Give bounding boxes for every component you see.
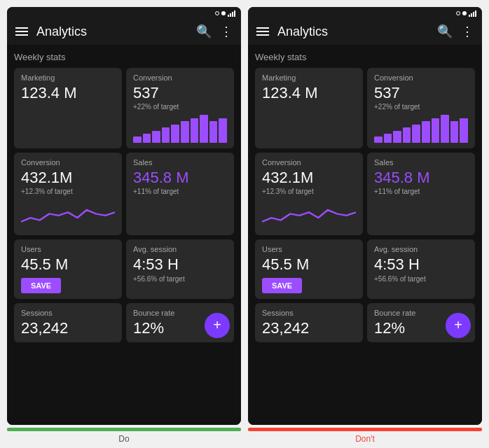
left-marketing-card: Marketing 123.4 M	[14, 68, 122, 148]
right-conversion-top-value: 537	[374, 85, 468, 102]
left-stats-grid: Marketing 123.4 M Conversion 537 +22% of…	[14, 68, 234, 342]
left-sessions-card: Sessions 23,242	[14, 303, 122, 342]
left-fab-button[interactable]: +	[205, 313, 230, 338]
right-conversion-bottom-target: +12.3% of target	[262, 188, 356, 195]
right-marketing-card: Marketing 123.4 M	[255, 68, 363, 148]
left-phone-frame: Analytics 🔍 ⋮ Weekly stats Marketing 123…	[7, 7, 241, 425]
dont-indicator	[248, 428, 482, 431]
left-save-button[interactable]: SAVE	[21, 278, 61, 293]
left-app-bar: Analytics 🔍 ⋮	[7, 18, 241, 45]
left-avg-session-label: Avg. session	[133, 245, 227, 253]
right-bounce-rate-card: Bounce rate 12% +	[367, 303, 475, 342]
left-marketing-value: 123.4 M	[21, 85, 115, 102]
left-marketing-label: Marketing	[21, 74, 115, 82]
left-users-value: 45.5 M	[21, 256, 115, 273]
right-sessions-card: Sessions 23,242	[255, 303, 363, 342]
right-signal-icon	[469, 10, 476, 17]
left-conversion-bottom-card: Conversion 432.1M +12.3% of target	[14, 153, 122, 235]
left-conversion-top-target: +22% of target	[133, 103, 227, 111]
left-wifi-icon	[221, 11, 226, 15]
right-status-bar	[248, 7, 482, 18]
left-bounce-rate-card: Bounce rate 12% +	[126, 303, 234, 342]
right-wifi-icon	[462, 11, 467, 15]
left-sales-card: Sales 345.8 M +11% of target	[126, 153, 234, 235]
left-signal-icon	[228, 10, 235, 17]
right-sales-target: +11% of target	[374, 188, 468, 195]
right-sales-label: Sales	[374, 158, 468, 167]
right-sales-value: 345.8 M	[374, 169, 468, 186]
right-weekly-label: Weekly stats	[255, 52, 475, 62]
left-bar-chart	[133, 115, 227, 143]
left-hamburger-icon[interactable]	[15, 27, 28, 36]
left-line-chart	[21, 198, 115, 230]
right-app-title: Analytics	[277, 24, 429, 39]
left-users-label: Users	[21, 245, 115, 253]
right-app-bar: Analytics 🔍 ⋮	[248, 18, 482, 45]
left-avg-session-card: Avg. session 4:53 H +56.6% of target	[126, 239, 234, 298]
right-sales-card: Sales 345.8 M +11% of target	[367, 153, 475, 235]
right-content: Weekly stats Marketing 123.4 M Conversio…	[248, 45, 482, 425]
dont-section: Don't	[248, 428, 482, 444]
left-battery-icon	[215, 11, 219, 15]
right-users-value: 45.5 M	[262, 256, 356, 273]
right-phone-frame: Analytics 🔍 ⋮ Weekly stats Marketing 123…	[248, 7, 482, 425]
left-conversion-bottom-target: +12.3% of target	[21, 188, 115, 195]
left-weekly-label: Weekly stats	[14, 52, 234, 62]
left-avg-session-value: 4:53 H	[133, 256, 227, 273]
right-fab-button[interactable]: +	[446, 313, 471, 338]
right-avg-session-value: 4:53 H	[374, 256, 468, 273]
do-label: Do	[118, 434, 129, 444]
right-avg-session-target: +56.6% of target	[374, 275, 468, 283]
right-conversion-top-target: +22% of target	[374, 103, 468, 111]
left-sales-target: +11% of target	[133, 188, 227, 195]
right-status-icons	[456, 10, 476, 17]
right-hamburger-icon[interactable]	[256, 27, 269, 36]
left-search-icon[interactable]: 🔍	[196, 24, 212, 39]
right-more-icon[interactable]: ⋮	[461, 24, 474, 39]
right-users-label: Users	[262, 245, 356, 253]
left-content: Weekly stats Marketing 123.4 M Conversio…	[7, 45, 241, 425]
right-conversion-top-card: Conversion 537 +22% of target	[367, 68, 475, 148]
left-more-icon[interactable]: ⋮	[220, 24, 233, 39]
right-marketing-value: 123.4 M	[262, 85, 356, 102]
right-line-chart	[262, 198, 356, 230]
left-status-bar	[7, 7, 241, 18]
left-sessions-value: 23,242	[21, 320, 115, 337]
right-conversion-bottom-label: Conversion	[262, 158, 356, 167]
right-search-icon[interactable]: 🔍	[437, 24, 453, 39]
right-battery-icon	[456, 11, 460, 15]
left-users-card: Users 45.5 M SAVE	[14, 239, 122, 298]
right-phone-container: Analytics 🔍 ⋮ Weekly stats Marketing 123…	[248, 7, 482, 425]
left-status-icons	[215, 10, 235, 17]
left-conversion-top-label: Conversion	[133, 74, 227, 82]
dont-label: Don't	[355, 434, 375, 444]
right-conversion-top-label: Conversion	[374, 74, 468, 82]
left-phone-container: Analytics 🔍 ⋮ Weekly stats Marketing 123…	[7, 7, 241, 425]
left-conversion-bottom-value: 432.1M	[21, 169, 115, 186]
left-sales-value: 345.8 M	[133, 169, 227, 186]
phones-row: Analytics 🔍 ⋮ Weekly stats Marketing 123…	[0, 0, 489, 425]
right-marketing-label: Marketing	[262, 74, 356, 82]
right-avg-session-label: Avg. session	[374, 245, 468, 253]
left-conversion-top-value: 537	[133, 85, 227, 102]
right-sessions-label: Sessions	[262, 309, 356, 317]
left-avg-session-target: +56.6% of target	[133, 275, 227, 283]
right-conversion-bottom-card: Conversion 432.1M +12.3% of target	[255, 153, 363, 235]
do-indicator	[7, 428, 241, 431]
right-bar-chart	[374, 115, 468, 143]
left-conversion-top-card: Conversion 537 +22% of target	[126, 68, 234, 148]
right-save-button[interactable]: SAVE	[262, 278, 302, 293]
left-app-title: Analytics	[36, 24, 188, 39]
right-sessions-value: 23,242	[262, 320, 356, 337]
do-section: Do	[7, 428, 241, 444]
right-stats-grid: Marketing 123.4 M Conversion 537 +22% of…	[255, 68, 475, 342]
right-users-card: Users 45.5 M SAVE	[255, 239, 363, 298]
left-conversion-bottom-label: Conversion	[21, 158, 115, 167]
right-avg-session-card: Avg. session 4:53 H +56.6% of target	[367, 239, 475, 298]
left-sales-label: Sales	[133, 158, 227, 167]
left-sessions-label: Sessions	[21, 309, 115, 317]
bottom-labels: Do Don't	[0, 425, 489, 448]
right-conversion-bottom-value: 432.1M	[262, 169, 356, 186]
